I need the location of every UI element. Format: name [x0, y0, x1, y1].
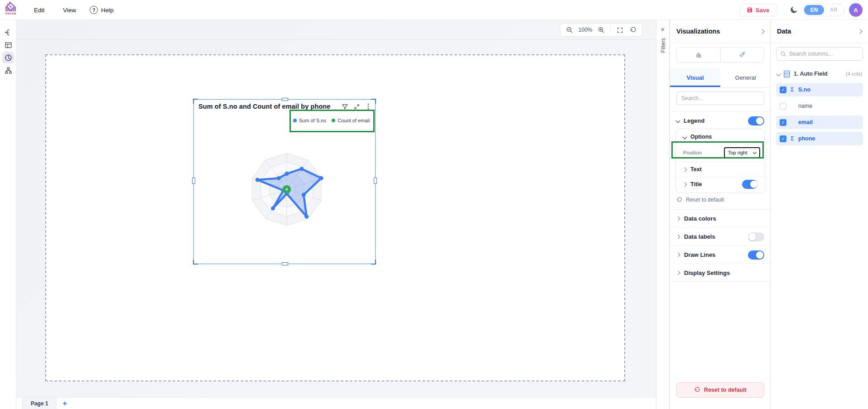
- section-draw-lines[interactable]: Draw Lines: [670, 245, 771, 264]
- expand-icon[interactable]: [352, 102, 361, 111]
- widget-actions: ⋮: [341, 102, 372, 111]
- options-header[interactable]: Options: [676, 129, 765, 144]
- filters-tab[interactable]: Filters: [660, 38, 666, 53]
- viz-mode-switch: [676, 47, 764, 63]
- resize-handle-right[interactable]: [374, 178, 377, 184]
- left-sidebar: [0, 20, 16, 409]
- help-icon: ?: [90, 6, 98, 14]
- checkbox-sno[interactable]: [780, 87, 786, 93]
- prism-logo-text: PRISM: [5, 12, 16, 15]
- checkbox-email[interactable]: [780, 119, 786, 126]
- resize-handle-bottom[interactable]: [282, 262, 288, 265]
- language-toggle[interactable]: EN AR: [803, 4, 844, 16]
- resize-handle-br[interactable]: [371, 260, 376, 265]
- canvas-area: 100%: [16, 20, 656, 409]
- field-row-email[interactable]: Σ email: [776, 115, 863, 129]
- resize-handle-tr[interactable]: [371, 99, 376, 104]
- charts-icon[interactable]: [2, 52, 14, 63]
- hierarchy-icon[interactable]: [2, 64, 14, 76]
- viz-search-input[interactable]: [676, 91, 764, 105]
- draw-lines-toggle[interactable]: [748, 250, 764, 260]
- section-display-settings[interactable]: Display Settings: [670, 264, 771, 282]
- chevron-right-icon: [676, 235, 680, 239]
- lang-en[interactable]: EN: [804, 5, 824, 15]
- field-row-name[interactable]: Σ name: [776, 99, 863, 113]
- reset-view-icon[interactable]: [629, 26, 637, 34]
- chevron-right-icon: [683, 167, 687, 172]
- save-icon: [747, 7, 753, 13]
- legend-toggle[interactable]: [748, 116, 764, 125]
- tab-general[interactable]: General: [720, 68, 771, 87]
- menu-view[interactable]: View: [63, 0, 76, 20]
- field-row-phone[interactable]: Σ phone: [776, 132, 863, 145]
- lang-ar[interactable]: AR: [824, 7, 843, 13]
- chevron-right-icon: [676, 253, 680, 257]
- dataset-row[interactable]: 1. Auto Field (4 cols): [771, 68, 868, 80]
- chevron-right-icon: [676, 217, 680, 221]
- reset-to-default-button[interactable]: Reset to default: [676, 382, 764, 398]
- chevron-right-icon[interactable]: [858, 29, 863, 34]
- zoom-level: 100%: [579, 27, 593, 33]
- chevron-down-icon: [676, 119, 680, 123]
- chevron-down-icon: [683, 135, 687, 139]
- page-tab[interactable]: Page 1: [22, 398, 57, 409]
- dark-mode-toggle[interactable]: [789, 5, 798, 14]
- position-row: Position Top right: [676, 144, 765, 162]
- search-columns-input[interactable]: [789, 51, 853, 57]
- format-wand-icon[interactable]: [721, 48, 764, 62]
- data-search: [776, 47, 863, 61]
- chart-widget[interactable]: Sum of S.no and Count of email by phone …: [193, 99, 376, 264]
- reset-to-default-link[interactable]: Reset to default: [676, 197, 724, 203]
- save-button[interactable]: Save: [739, 4, 776, 16]
- chevron-right-icon: [683, 182, 687, 187]
- menu-edit[interactable]: Edit: [34, 0, 44, 20]
- data-panel: Data 1. Auto Field (4 cols) Σ S.no Σ nam…: [770, 20, 868, 409]
- add-page-button[interactable]: +: [58, 398, 72, 409]
- filters-strip: » Filters: [656, 20, 670, 409]
- widget-title: Sum of S.no and Count of email by phone: [198, 103, 330, 110]
- layout-tables-icon[interactable]: [2, 39, 14, 51]
- radar-chart[interactable]: [194, 113, 376, 265]
- reset-icon: [694, 387, 700, 393]
- chevron-right-icon[interactable]: [760, 29, 765, 34]
- checkbox-phone[interactable]: [780, 135, 786, 142]
- title-toggle[interactable]: [742, 180, 757, 189]
- reset-icon: [676, 197, 682, 203]
- collapse-panel-icon[interactable]: »: [658, 24, 668, 34]
- viz-sections: Data colors Data labels Draw Lines Displ…: [670, 209, 771, 282]
- resize-handle-bl[interactable]: [193, 260, 198, 265]
- sigma-icon: Σ: [791, 135, 797, 142]
- resize-handle-tl[interactable]: [193, 99, 198, 104]
- fullscreen-icon[interactable]: [616, 26, 624, 34]
- viz-tabs: Visual General: [670, 68, 771, 87]
- chart-type-picker-icon[interactable]: [677, 48, 721, 62]
- tab-visual[interactable]: Visual: [670, 68, 720, 87]
- chevron-right-icon: [676, 270, 680, 275]
- dataset-col-count: (4 cols): [846, 71, 862, 77]
- collapse-sidebar-icon[interactable]: [2, 26, 14, 38]
- visualizations-title: Visualizations: [676, 28, 720, 35]
- checkbox-name[interactable]: [780, 103, 786, 110]
- search-icon: [780, 51, 786, 57]
- text-section-header[interactable]: Text: [676, 162, 765, 177]
- visualizations-header: Visualizations: [670, 20, 770, 43]
- position-select[interactable]: Top right: [724, 147, 760, 158]
- legend-section-header[interactable]: Legend: [670, 111, 771, 130]
- top-bar: PRISM Edit View ? Help Save EN AR A: [0, 0, 868, 20]
- filter-icon[interactable]: [341, 102, 349, 111]
- menu-help[interactable]: ? Help: [90, 0, 114, 20]
- page-bar: Page 1 +: [16, 397, 656, 409]
- resize-handle-top[interactable]: [282, 98, 288, 101]
- chevron-down-icon: [776, 72, 781, 76]
- field-row-sno[interactable]: Σ S.no: [776, 83, 863, 96]
- section-data-colors[interactable]: Data colors: [670, 209, 771, 227]
- avatar[interactable]: A: [849, 3, 863, 17]
- section-data-labels[interactable]: Data labels: [670, 227, 771, 245]
- prism-logo-icon: [5, 1, 17, 12]
- zoom-out-icon[interactable]: [565, 26, 574, 34]
- prism-logo[interactable]: PRISM: [3, 1, 19, 19]
- data-labels-toggle[interactable]: [748, 232, 764, 241]
- title-section-header[interactable]: Title: [676, 177, 765, 192]
- zoom-in-icon[interactable]: [597, 26, 605, 34]
- resize-handle-left[interactable]: [192, 178, 195, 184]
